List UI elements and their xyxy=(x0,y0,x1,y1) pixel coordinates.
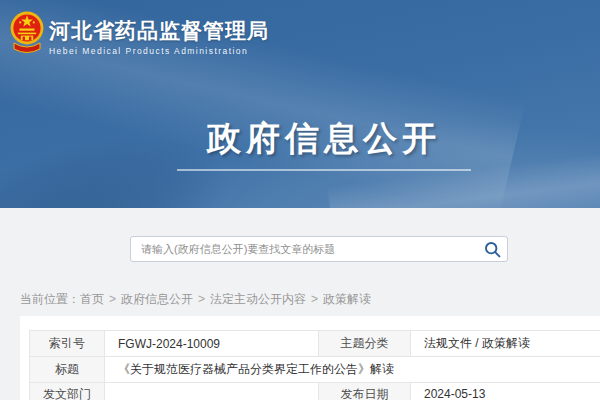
title-label: 标题 xyxy=(30,357,105,383)
publish-date-value: 2024-05-13 xyxy=(411,383,600,400)
breadcrumb: 当前位置：首页>政府信息公开>法定主动公开内容>政策解读 xyxy=(20,291,371,308)
title-underline xyxy=(177,169,471,171)
content-panel: 索引号 FGWJ-2024-10009 主题分类 法规文件 / 政策解读 标题 … xyxy=(20,316,600,400)
title-value: 《关于规范医疗器械产品分类界定工作的公告》解读 xyxy=(105,357,600,383)
issuing-department-label: 发文部门 xyxy=(30,383,105,400)
breadcrumb-item-statutory-content[interactable]: 法定主动公开内容 xyxy=(210,292,306,306)
publish-date-label: 发布日期 xyxy=(319,383,411,400)
topic-category-value: 法规文件 / 政策解读 xyxy=(411,331,600,357)
breadcrumb-separator: > xyxy=(311,292,318,306)
org-name-en: Hebei Medical Products Administration xyxy=(49,46,269,56)
breadcrumb-item-policy-interpretation: 政策解读 xyxy=(323,292,371,306)
search-box xyxy=(130,236,508,262)
national-emblem-icon xyxy=(10,9,44,57)
breadcrumb-item-info-disclosure[interactable]: 政府信息公开 xyxy=(121,292,193,306)
info-table: 索引号 FGWJ-2024-10009 主题分类 法规文件 / 政策解读 标题 … xyxy=(29,330,600,400)
issuing-department-value xyxy=(105,383,319,400)
search-input[interactable] xyxy=(131,237,477,261)
org-text: 河北省药品监督管理局 Hebei Medical Products Admini… xyxy=(49,9,269,56)
index-number-label: 索引号 xyxy=(30,331,105,357)
breadcrumb-separator: > xyxy=(109,292,116,306)
search-button[interactable] xyxy=(477,237,507,261)
site-logo[interactable]: 河北省药品监督管理局 Hebei Medical Products Admini… xyxy=(10,9,269,57)
index-number-value: FGWJ-2024-10009 xyxy=(105,331,319,357)
page: 河北省药品监督管理局 Hebei Medical Products Admini… xyxy=(0,0,600,400)
breadcrumb-separator: > xyxy=(198,292,205,306)
page-title: 政府信息公开 xyxy=(176,116,472,162)
breadcrumb-label: 当前位置： xyxy=(20,292,80,306)
search-icon xyxy=(484,241,501,258)
header-banner: 河北省药品监督管理局 Hebei Medical Products Admini… xyxy=(0,0,600,208)
breadcrumb-item-home[interactable]: 首页 xyxy=(80,292,104,306)
topic-category-label: 主题分类 xyxy=(319,331,411,357)
org-name-cn: 河北省药品监督管理局 xyxy=(49,20,269,41)
